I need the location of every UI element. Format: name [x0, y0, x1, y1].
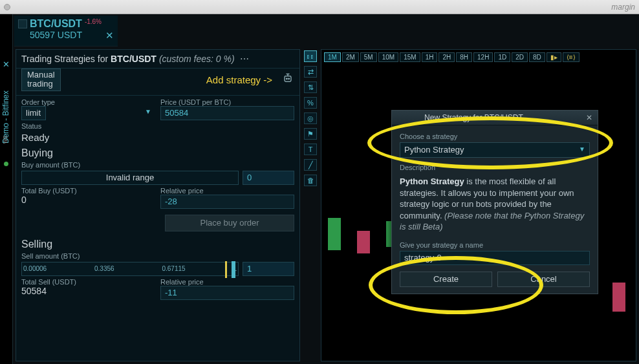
trading-panel: Trading Strategies for BTC/USDT (custom … [16, 49, 300, 361]
svg-point-2 [288, 78, 290, 80]
toggle-b-icon[interactable]: ⇅ [304, 81, 317, 93]
connection-status-icon [4, 162, 8, 166]
svg-rect-0 [285, 76, 291, 81]
dialog-title: New Strategy for BTC/USDT ... [424, 113, 532, 122]
add-strategy-icon[interactable] [281, 72, 294, 88]
total-buy-label: Total Buy (USDT) [21, 187, 155, 195]
buy-amount-value[interactable]: 0 [243, 171, 294, 185]
tf-button[interactable]: 10M [378, 52, 398, 62]
indicator-icon[interactable]: ⟨≡⟩ [563, 52, 579, 62]
timeframe-row: 1M 2M 5M 10M 15M 1H 2H 8H 12H 1D 2D 8D ▮… [321, 50, 636, 65]
new-strategy-dialog: New Strategy for BTC/USDT ... ✕ Choose a… [391, 110, 598, 294]
sell-amount-slider[interactable]: 0.00006 0.3356 0.67115 1 [21, 262, 239, 276]
place-buy-button[interactable]: Place buy order [165, 215, 294, 231]
slider-tick: 0.3356 [94, 265, 114, 272]
slider-tick: 0.00006 [23, 265, 47, 272]
pair-symbol: BTC/USDT [30, 18, 82, 29]
tab-manual-trading[interactable]: Manual trading [21, 69, 61, 91]
sell-amount-label: Sell amount (BTC) [21, 252, 294, 260]
description-label: Description [400, 164, 435, 171]
total-sell-label: Total Sell (USDT) [21, 278, 155, 286]
more-icon[interactable]: ⋯ [240, 54, 250, 64]
buying-heading: Buying [21, 147, 294, 159]
line-icon[interactable]: ╱ [304, 159, 317, 171]
tf-button[interactable]: 8H [456, 52, 472, 62]
add-strategy-hint: Add strategy -> [206, 74, 272, 85]
sell-amount-value[interactable]: 1 [243, 262, 294, 276]
exchange-side-tab[interactable]: ✕ Demo - Bitfinex ws [0, 14, 13, 364]
window-titlebar: margin [0, 0, 639, 14]
cancel-button[interactable]: Cancel [497, 272, 590, 287]
price-label: Price (USDT per BTC) [160, 98, 294, 106]
tf-button[interactable]: 2M [342, 52, 359, 62]
target-icon[interactable]: ◎ [304, 112, 317, 124]
pair-icon [18, 19, 27, 28]
total-sell-value: 50584 [21, 286, 155, 296]
pair-price: 50597 USDT [30, 30, 102, 40]
text-icon[interactable]: T [304, 144, 317, 155]
tf-button[interactable]: 12H [473, 52, 493, 62]
tf-button[interactable]: 8D [529, 52, 545, 62]
strategy-description: Python Strategy is the most flexible of … [400, 176, 590, 233]
chart-tool-column: ⫾⫾ ⇄ ⇅ % ◎ ⚑ T ╱ 🗑 [303, 49, 318, 361]
ws-label: ws [1, 136, 8, 144]
trash-icon[interactable]: 🗑 [304, 175, 317, 186]
panel-title-fees: (custom fees: 0 %) [159, 54, 235, 64]
buy-amount-slider[interactable]: Invalid range [21, 171, 239, 185]
close-icon[interactable]: ✕ [586, 113, 592, 122]
bookmark-icon[interactable]: ▮▸ [547, 52, 561, 62]
order-type-label: Order type [21, 98, 155, 106]
buy-range-text: Invalid range [106, 173, 154, 182]
percent-icon[interactable]: % [304, 97, 317, 109]
tf-button[interactable]: 2D [512, 52, 528, 62]
order-type-select[interactable]: limit [21, 106, 46, 120]
choose-strategy-label: Choose a strategy [400, 133, 457, 140]
svg-point-1 [287, 78, 288, 80]
tf-button[interactable]: 2H [439, 52, 455, 62]
candlestick-icon[interactable]: ⫾⫾ [304, 50, 317, 62]
panel-title-prefix: Trading Strategies for [21, 54, 108, 64]
tf-button[interactable]: 5M [360, 52, 377, 62]
strategy-name-input[interactable] [400, 251, 590, 265]
pair-tab[interactable]: BTC/USDT-1.6% 50597 USDT ✕ [14, 16, 118, 47]
rel-price-buy-input[interactable] [160, 195, 294, 209]
price-input[interactable] [160, 106, 294, 120]
strategy-select-value: Python Strategy [404, 145, 464, 155]
rel-price-buy-label: Relative price [160, 187, 294, 195]
rel-price-sell-label: Relative price [160, 278, 294, 286]
strategy-select[interactable]: Python Strategy [400, 142, 590, 158]
status-label: Status [21, 122, 294, 130]
tf-button[interactable]: 15M [400, 52, 420, 62]
strategy-name-label: Give your strategy a name [400, 241, 483, 249]
tf-button[interactable]: 1H [422, 52, 438, 62]
pair-change: -1.6% [85, 18, 102, 25]
status-value: Ready [21, 132, 294, 143]
create-button[interactable]: Create [400, 272, 492, 287]
tf-button[interactable]: 1D [494, 52, 510, 62]
window-title: margin [611, 3, 635, 12]
selling-heading: Selling [21, 239, 294, 250]
close-icon[interactable]: ✕ [0, 59, 12, 69]
tf-button[interactable]: 1M [324, 52, 341, 62]
rel-price-sell-input[interactable] [160, 286, 294, 300]
total-buy-value: 0 [21, 195, 155, 205]
toggle-a-icon[interactable]: ⇄ [304, 66, 317, 78]
panel-title: Trading Strategies for BTC/USDT (custom … [16, 50, 299, 69]
close-tab-icon[interactable]: ✕ [105, 30, 114, 41]
buy-amount-label: Buy amount (BTC) [21, 161, 294, 169]
panel-title-pair: BTC/USDT [111, 54, 157, 64]
flag-icon[interactable]: ⚑ [304, 128, 317, 140]
dialog-titlebar[interactable]: New Strategy for BTC/USDT ... ✕ [392, 111, 598, 125]
window-control-icon[interactable] [4, 4, 10, 10]
slider-tick: 0.67115 [162, 265, 185, 272]
